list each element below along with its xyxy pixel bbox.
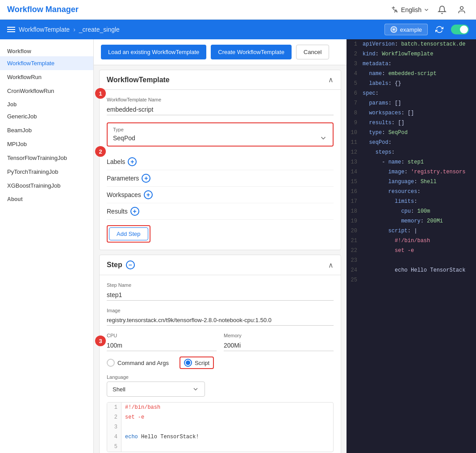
- yaml-line-18: 18 cpu: 100m: [347, 206, 476, 216]
- code-line-4: 4 echo Hello TensorStack!: [107, 432, 333, 442]
- breadcrumb-current: _create_single: [79, 26, 120, 33]
- type-dropdown-arrow[interactable]: [319, 134, 327, 142]
- yaml-line-19: 19 memory: 200Mi: [347, 216, 476, 226]
- example-label: example: [400, 26, 422, 33]
- yaml-line-1: 1 apiVersion: batch.tensorstack.de: [347, 39, 476, 49]
- labels-row[interactable]: Labels +: [107, 154, 334, 170]
- yaml-line-8: 8 workspaces: []: [347, 108, 476, 118]
- yaml-line-4: 4 name: embedded-script: [347, 69, 476, 79]
- refresh-button[interactable]: [432, 22, 447, 37]
- sidebar: Workflow WorkflowTemplate WorkflowRun Cr…: [0, 39, 94, 453]
- type-select-row: SeqPod: [113, 134, 327, 142]
- form-panel: Load an existing WorkflowTemplate Create…: [94, 39, 347, 453]
- language-select[interactable]: Shell: [107, 382, 205, 397]
- step-header: Step −: [107, 260, 135, 269]
- workflow-template-section: 1 2 WorkflowTemplate ∧ WorkflowTemplate …: [99, 70, 341, 250]
- wt-collapse-btn[interactable]: ∧: [328, 76, 334, 84]
- code-line-2: 2 set -e: [107, 412, 333, 422]
- badge-2: 2: [95, 146, 106, 157]
- yaml-line-15: 15 language: Shell: [347, 177, 476, 187]
- workspaces-row[interactable]: Workspaces +: [107, 187, 334, 203]
- cpu-field: CPU 100m: [107, 333, 217, 351]
- yaml-line-12: 12 steps:: [347, 147, 476, 157]
- yaml-line-7: 7 params: []: [347, 98, 476, 108]
- load-template-button[interactable]: Load an existing WorkflowTemplate: [101, 45, 206, 59]
- sidebar-item-tf-training[interactable]: TensorFlowTrainingJob: [0, 151, 93, 165]
- nav-bar-right: example: [384, 22, 469, 37]
- image-field: Image registry.tensorstack.cn/t9k/tensor…: [107, 308, 334, 326]
- workspaces-label: Workspaces: [107, 191, 141, 198]
- sidebar-item-pytorch-training[interactable]: PyTorchTrainingJob: [0, 165, 93, 179]
- language-selector[interactable]: English: [391, 6, 430, 14]
- yaml-line-5: 5 labels: {}: [347, 79, 476, 88]
- yaml-line-13: 13 - name: step1: [347, 157, 476, 167]
- wt-section-title: WorkflowTemplate: [107, 76, 170, 84]
- type-label: Type: [113, 127, 327, 132]
- step-collapse-btn[interactable]: ∧: [328, 261, 334, 269]
- sidebar-item-cron-workflow-run[interactable]: CronWorkflowRun: [0, 84, 93, 98]
- step-section: 3 Step − ∧ Step Name step1: [99, 255, 341, 453]
- lang-field-label: Language: [107, 374, 334, 380]
- sidebar-item-generic-job[interactable]: GenericJob: [0, 109, 93, 123]
- image-label: Image: [107, 308, 334, 313]
- yaml-line-3: 3 metadata:: [347, 59, 476, 69]
- hamburger-menu[interactable]: [7, 27, 15, 32]
- yaml-line-2: 2 kind: WorkflowTemplate: [347, 49, 476, 59]
- yaml-line-17: 17 limits:: [347, 197, 476, 206]
- breadcrumb-template[interactable]: WorkflowTemplate: [19, 26, 70, 33]
- add-label-icon[interactable]: +: [128, 157, 137, 166]
- language-field: Language Shell: [107, 374, 334, 397]
- wt-name-value[interactable]: embedded-script: [107, 104, 334, 115]
- add-workspace-icon[interactable]: +: [144, 190, 153, 199]
- wt-section-header: WorkflowTemplate ∧: [100, 70, 341, 90]
- yaml-line-20: 20 script: |: [347, 226, 476, 236]
- toggle-switch[interactable]: [451, 25, 469, 34]
- step-section-body: Step Name step1 Image registry.tensorsta…: [100, 275, 341, 453]
- yaml-line-23: 23: [347, 256, 476, 265]
- results-row[interactable]: Results +: [107, 203, 334, 220]
- lang-select-value: Shell: [113, 386, 125, 393]
- yaml-line-22: 22 set -e: [347, 246, 476, 256]
- notification-icon[interactable]: [435, 3, 449, 17]
- main-layout: Workflow WorkflowTemplate WorkflowRun Cr…: [0, 39, 476, 453]
- create-template-button[interactable]: Create WorkflowTemplate: [211, 45, 292, 59]
- script-radio-highlight[interactable]: Script: [180, 357, 214, 369]
- cpu-value[interactable]: 100m: [107, 340, 217, 351]
- wt-section-body: WorkflowTemplate Name embedded-script Ty…: [100, 90, 341, 250]
- wt-name-field: WorkflowTemplate Name embedded-script: [107, 97, 334, 115]
- image-value[interactable]: registry.tensorstack.cn/t9k/tensorflow-2…: [107, 315, 334, 326]
- yaml-line-6: 6 spec:: [347, 88, 476, 98]
- code-editor[interactable]: 1 #!/bin/bash 2 set -e 3 4: [107, 402, 334, 452]
- add-result-icon[interactable]: +: [130, 207, 139, 216]
- sidebar-item-workflow-run[interactable]: WorkflowRun: [0, 70, 93, 84]
- sidebar-item-xgboost-training[interactable]: XGBoostTrainingJob: [0, 179, 93, 193]
- top-bar-left: Workflow Manager: [7, 5, 79, 14]
- sidebar-item-workflow-template[interactable]: WorkflowTemplate: [0, 56, 93, 70]
- add-step-button[interactable]: Add Step: [109, 227, 148, 240]
- yaml-line-10: 10 type: SeqPod: [347, 128, 476, 138]
- step-name-value[interactable]: step1: [107, 289, 334, 301]
- add-step-wrapper: Add Step: [107, 225, 334, 243]
- command-radio[interactable]: Command and Args: [107, 359, 169, 367]
- chevron-down-icon: [423, 7, 430, 13]
- step-section-title: Step: [107, 261, 122, 269]
- script-label: Script: [195, 360, 209, 366]
- cancel-button[interactable]: Cancel: [296, 45, 329, 59]
- user-avatar[interactable]: [455, 3, 469, 17]
- example-button[interactable]: example: [384, 24, 428, 35]
- nav-bar-left: WorkflowTemplate › _create_single: [7, 26, 120, 33]
- type-value: SeqPod: [113, 134, 135, 142]
- remove-step-icon[interactable]: −: [126, 260, 135, 269]
- yaml-line-24: 24 echo Hello TensorStack: [347, 265, 476, 275]
- sidebar-item-beam-job[interactable]: BeamJob: [0, 123, 93, 137]
- add-param-icon[interactable]: +: [142, 174, 150, 183]
- params-row[interactable]: Parameters +: [107, 170, 334, 187]
- yaml-line-25: 25: [347, 275, 476, 285]
- breadcrumb-separator: ›: [73, 26, 75, 33]
- code-line-3: 3: [107, 422, 333, 432]
- code-line-5: 5: [107, 442, 333, 452]
- memory-value[interactable]: 200Mi: [224, 340, 334, 351]
- yaml-line-21: 21 #!/bin/bash: [347, 236, 476, 246]
- script-type-group: Command and Args Script: [107, 357, 334, 369]
- sidebar-item-mpi-job[interactable]: MPIJob: [0, 137, 93, 151]
